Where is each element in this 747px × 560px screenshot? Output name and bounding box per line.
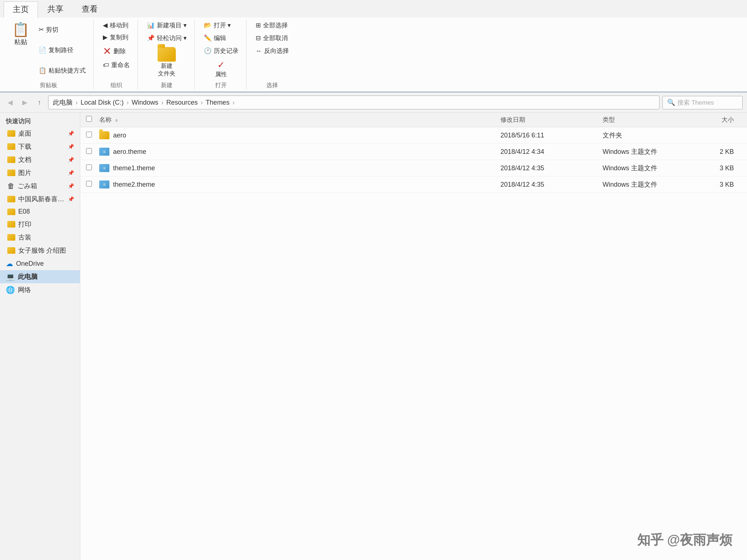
- open-label: 打开: [215, 80, 227, 89]
- path-item-c[interactable]: Local Disk (C:): [81, 99, 124, 106]
- search-box[interactable]: 🔍 搜索 Themes: [662, 96, 743, 109]
- open-button[interactable]: 📂 打开 ▾: [201, 20, 242, 31]
- back-button[interactable]: ◀: [4, 97, 16, 108]
- search-icon: 🔍: [667, 98, 675, 106]
- new-buttons: 📊 新建项目 ▾ 📌 轻松访问 ▾ 新建文件夹: [144, 20, 190, 79]
- path-item-resources[interactable]: Resources: [166, 99, 198, 106]
- col-header-date[interactable]: 修改日期: [500, 116, 603, 124]
- select-all-checkbox[interactable]: [86, 116, 92, 122]
- sidebar-item-e08[interactable]: E08: [0, 206, 80, 218]
- copy-path-icon: 📄: [39, 46, 46, 54]
- file-size-cell: 3 KB: [697, 164, 741, 172]
- table-row[interactable]: ≡ theme2.theme 2018/4/12 4:35 Windows 主题…: [80, 176, 747, 193]
- table-row[interactable]: aero 2018/5/16 6:11 文件夹: [80, 127, 747, 144]
- folder-icon: [7, 130, 15, 137]
- pin-icon: 📌: [68, 170, 74, 176]
- paste-shortcut-icon: 📋: [39, 67, 46, 74]
- properties-button[interactable]: ✓ 属性: [201, 58, 242, 80]
- move-icon: ◀: [103, 22, 108, 29]
- paste-button[interactable]: 📋 粘贴: [8, 20, 33, 80]
- copy-to-button[interactable]: ▶ 复制到: [100, 32, 133, 43]
- ribbon: 主页 共享 查看 📋 粘贴 ✂ 剪切: [0, 0, 747, 93]
- sidebar-item-clothing[interactable]: 女子服饰 介绍图: [0, 244, 80, 257]
- sidebar-item-trash[interactable]: 🗑 ごみ箱 📌: [0, 179, 80, 192]
- file-size-cell: 3 KB: [697, 181, 741, 188]
- sidebar-item-print[interactable]: 打印: [0, 218, 80, 231]
- new-label: 新建: [161, 80, 173, 89]
- onedrive-icon: ☁: [6, 259, 13, 268]
- computer-icon: 💻: [6, 272, 15, 281]
- up-button[interactable]: ↑: [34, 97, 45, 108]
- sidebar-item-ancient[interactable]: 古装: [0, 231, 80, 244]
- select-label: 选择: [266, 80, 278, 89]
- file-type-cell: Windows 主题文件: [603, 164, 697, 172]
- path-item-themes[interactable]: Themes: [206, 99, 229, 106]
- theme-icon: ≡: [99, 164, 109, 172]
- deselect-icon: ⊟: [256, 34, 261, 42]
- easy-access-button[interactable]: 📌 轻松访问 ▾: [144, 32, 190, 44]
- folder-icon: [7, 196, 15, 202]
- table-row[interactable]: ≡ theme1.theme 2018/4/12 4:35 Windows 主题…: [80, 160, 747, 176]
- theme-icon: ≡: [99, 180, 109, 188]
- col-header-type[interactable]: 类型: [603, 116, 697, 124]
- tab-home[interactable]: 主页: [4, 1, 38, 18]
- ribbon-group-organize: ◀ 移动到 ▶ 复制到 ✕ 删除 🏷 重命名: [95, 20, 138, 89]
- pin-icon: 📌: [68, 131, 74, 136]
- forward-button[interactable]: ▶: [19, 97, 31, 108]
- history-button[interactable]: 🕐 历史记录: [201, 45, 242, 57]
- sidebar-item-pictures[interactable]: 图片 📌: [0, 166, 80, 179]
- rename-button[interactable]: 🏷 重命名: [100, 59, 133, 71]
- ribbon-group-new: 📊 新建项目 ▾ 📌 轻松访问 ▾ 新建文件夹 新建: [139, 20, 195, 89]
- sidebar-item-downloads[interactable]: 下载 📌: [0, 140, 80, 153]
- folder-icon: [99, 131, 109, 139]
- deselect-all-button[interactable]: ⊟ 全部取消: [252, 32, 292, 44]
- folder-icon: [7, 209, 15, 215]
- cut-button[interactable]: ✂ 剪切: [35, 24, 89, 35]
- new-folder-button[interactable]: 新建文件夹: [154, 45, 180, 79]
- new-folder-icon: [158, 47, 176, 62]
- organize-label: 组织: [111, 80, 122, 89]
- new-item-button[interactable]: 📊 新建项目 ▾: [144, 20, 190, 31]
- row-checkbox[interactable]: [86, 148, 92, 154]
- ribbon-group-select: ⊞ 全部选择 ⊟ 全部取消 ↔ 反向选择 选择: [248, 20, 297, 89]
- tab-share[interactable]: 共享: [39, 1, 72, 18]
- path-item-windows[interactable]: Windows: [132, 99, 158, 106]
- check-icon: ✓: [217, 60, 225, 70]
- copy-path-button[interactable]: 📄 复制路径: [35, 44, 89, 56]
- col-header-name[interactable]: 名称 ∧: [99, 116, 500, 124]
- theme-icon: ≡: [99, 148, 109, 156]
- sidebar-item-documents[interactable]: 文档 📌: [0, 153, 80, 166]
- folder-icon: [7, 247, 15, 254]
- paste-shortcut-button[interactable]: 📋 粘贴快捷方式: [35, 65, 89, 76]
- open-buttons: 📂 打开 ▾ ✏️ 编辑 🕐 历史记录 ✓ 属性: [201, 20, 242, 80]
- folder-icon: [7, 156, 15, 163]
- sidebar-item-network[interactable]: 🌐 网络: [0, 283, 80, 296]
- move-to-button[interactable]: ◀ 移动到: [100, 20, 133, 31]
- file-type-cell: Windows 主题文件: [603, 147, 697, 156]
- address-path[interactable]: 此电脑 › Local Disk (C:) › Windows › Resour…: [48, 96, 659, 109]
- path-item-pc[interactable]: 此电脑: [53, 98, 73, 107]
- tab-view[interactable]: 查看: [73, 1, 107, 18]
- invert-select-button[interactable]: ↔ 反向选择: [252, 45, 292, 57]
- col-header-size[interactable]: 大小: [697, 116, 741, 124]
- select-all-icon: ⊞: [256, 22, 261, 29]
- header-check[interactable]: [86, 116, 99, 124]
- sidebar-item-onedrive[interactable]: ☁ OneDrive: [0, 257, 80, 270]
- table-row[interactable]: ≡ aero.theme 2018/4/12 4:34 Windows 主题文件…: [80, 144, 747, 160]
- sidebar-item-desktop[interactable]: 桌面 📌: [0, 127, 80, 140]
- sidebar-item-this-pc[interactable]: 💻 此电脑: [0, 270, 80, 283]
- row-checkbox[interactable]: [86, 181, 92, 187]
- folder-icon: [7, 221, 15, 228]
- select-all-button[interactable]: ⊞ 全部选择: [252, 20, 292, 31]
- file-date-cell: 2018/4/12 4:35: [500, 181, 603, 188]
- row-checkbox[interactable]: [86, 132, 92, 137]
- delete-icon: ✕: [103, 45, 111, 57]
- sidebar-item-chinese[interactable]: 中国风新春喜庆# 📌: [0, 192, 80, 206]
- clipboard-small-buttons: ✂ 剪切 📄 复制路径 📋 粘贴快捷方式: [35, 20, 89, 80]
- watermark: 知乎 @夜雨声烦: [637, 531, 732, 549]
- edit-button[interactable]: ✏️ 编辑: [201, 32, 242, 44]
- pin-icon: 📌: [68, 183, 74, 189]
- delete-button[interactable]: ✕ 删除: [100, 44, 133, 59]
- trash-icon: 🗑: [7, 182, 15, 190]
- row-checkbox[interactable]: [86, 164, 92, 170]
